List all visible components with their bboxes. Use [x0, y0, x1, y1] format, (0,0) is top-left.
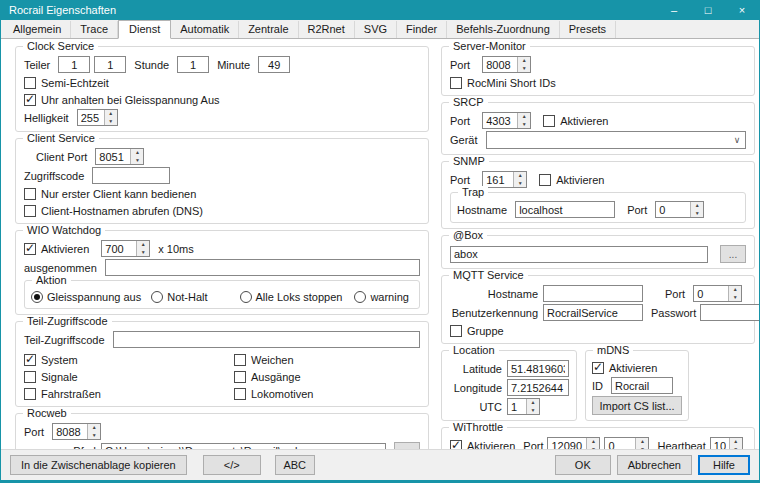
mqtt-user-field[interactable]: [543, 304, 643, 321]
abc-button[interactable]: ABC: [275, 455, 315, 475]
first-client-checkbox[interactable]: [24, 188, 36, 200]
snmp-aktivieren-checkbox[interactable]: [539, 174, 551, 186]
mqtt-hostname-field[interactable]: [543, 285, 643, 302]
trap-port-stepper[interactable]: [655, 201, 704, 218]
latitude-field[interactable]: [507, 360, 569, 377]
tab-dienst[interactable]: Dienst: [118, 20, 171, 39]
abox-browse-button[interactable]: ...: [720, 245, 746, 263]
weichen-checkbox[interactable]: [234, 354, 246, 366]
spinner-arrows-icon[interactable]: [526, 399, 539, 414]
spinner-arrows-icon[interactable]: [517, 113, 530, 128]
spinner-arrows-icon[interactable]: [729, 438, 742, 449]
client-port-stepper[interactable]: [95, 148, 144, 165]
spinner-arrows-icon[interactable]: [690, 202, 703, 217]
trap-port-field[interactable]: [656, 202, 690, 217]
spinner-arrows-icon[interactable]: [104, 110, 117, 125]
teiler1-field[interactable]: [58, 56, 90, 73]
heartbeat-field[interactable]: [711, 438, 729, 449]
rocweb-port-stepper[interactable]: [52, 423, 101, 440]
help-button[interactable]: Hilfe: [698, 455, 750, 475]
tab-svg[interactable]: SVG: [355, 21, 397, 38]
dns-checkbox[interactable]: [24, 205, 36, 217]
gruppe-row: Gruppe: [450, 323, 746, 338]
import-cs-list-button[interactable]: Import CS list...: [592, 396, 682, 415]
tab-automatik[interactable]: Automatik: [171, 21, 239, 38]
lokomotiven-checkbox[interactable]: [234, 388, 246, 400]
zugriffscode-field[interactable]: [92, 167, 170, 184]
srcp-port-stepper[interactable]: [482, 112, 531, 129]
system-checkbox[interactable]: [24, 354, 36, 366]
helligkeit-stepper[interactable]: [77, 109, 118, 126]
ausgenommen-field[interactable]: [105, 259, 420, 276]
tab-finder[interactable]: Finder: [397, 21, 447, 38]
client-port-field[interactable]: [96, 149, 130, 164]
abox-field[interactable]: [450, 246, 708, 263]
withrottle-port2-field[interactable]: [605, 438, 635, 449]
close-icon[interactable]: ×: [725, 0, 759, 20]
spinner-arrows-icon[interactable]: [136, 241, 149, 256]
spinner-arrows-icon[interactable]: [586, 438, 599, 449]
wio-aktivieren-checkbox[interactable]: [24, 243, 36, 255]
teiler2-field[interactable]: [94, 56, 126, 73]
tab-allgemein[interactable]: Allgemein: [4, 21, 71, 38]
copy-to-clipboard-button[interactable]: In die Zwischenablage kopieren: [10, 455, 187, 475]
withrottle-port2-stepper[interactable]: [604, 437, 649, 449]
spinner-arrows-icon[interactable]: [517, 57, 530, 72]
helligkeit-field[interactable]: [78, 110, 104, 125]
stunde-field[interactable]: [177, 56, 209, 73]
tab-presets[interactable]: Presets: [560, 21, 616, 38]
maximize-icon[interactable]: □: [691, 0, 725, 20]
code-button[interactable]: </>: [203, 455, 261, 475]
tab-zentrale[interactable]: Zentrale: [239, 21, 298, 38]
srcp-aktivieren-checkbox[interactable]: [543, 115, 555, 127]
spinner-arrows-icon[interactable]: [513, 172, 526, 187]
ok-button[interactable]: OK: [555, 455, 611, 475]
minute-field[interactable]: [258, 56, 290, 73]
withrottle-port-stepper[interactable]: [547, 437, 600, 449]
sm-port-field[interactable]: [483, 57, 517, 72]
rocmini-checkbox[interactable]: [450, 77, 462, 89]
uhr-anhalten-checkbox[interactable]: [24, 94, 36, 106]
mdns-id-field[interactable]: [611, 377, 673, 394]
ausgaenge-checkbox[interactable]: [234, 371, 246, 383]
cancel-button[interactable]: Abbrechen: [617, 455, 692, 475]
geraet-select[interactable]: [486, 131, 746, 149]
fahrstrassen-checkbox[interactable]: [24, 388, 36, 400]
utc-stepper[interactable]: [507, 398, 540, 415]
withrottle-port-field[interactable]: [548, 438, 586, 449]
teil-zugriffscode-field[interactable]: [113, 331, 421, 348]
tab-r2rnet[interactable]: R2Rnet: [299, 21, 355, 38]
signale-checkbox[interactable]: [24, 371, 36, 383]
snmp-port-stepper[interactable]: [482, 171, 527, 188]
longitude-field[interactable]: [507, 379, 569, 396]
tab-befehls-zuordnung[interactable]: Befehls-Zuordnung: [447, 21, 560, 38]
radio-alle-loks-stoppen[interactable]: [240, 291, 252, 303]
snmp-port-field[interactable]: [483, 172, 513, 187]
gruppe-checkbox[interactable]: [450, 325, 462, 337]
minimize-icon[interactable]: –: [657, 0, 691, 20]
mdns-aktivieren-checkbox[interactable]: [592, 362, 604, 374]
spinner-arrows-icon[interactable]: [728, 286, 741, 301]
rocweb-port-field[interactable]: [53, 424, 87, 439]
semi-echtzeit-checkbox[interactable]: [24, 77, 36, 89]
trap-hostname-field[interactable]: [515, 201, 615, 218]
mqtt-port-field[interactable]: [694, 286, 728, 301]
withrottle-aktivieren-checkbox[interactable]: [450, 440, 462, 450]
radio-warning[interactable]: [354, 291, 366, 303]
wio-interval-stepper[interactable]: [101, 240, 150, 257]
srcp-port-field[interactable]: [483, 113, 517, 128]
heartbeat-stepper[interactable]: [710, 437, 743, 449]
radio-not-halt[interactable]: [151, 291, 163, 303]
wio-interval-field[interactable]: [102, 241, 136, 256]
mqtt-pass-field[interactable]: [700, 304, 759, 321]
mqtt-port-stepper[interactable]: [693, 285, 742, 302]
radio-gleisspannung-aus[interactable]: [31, 291, 43, 303]
pfad-browse-button[interactable]: ...: [394, 442, 420, 449]
tab-trace[interactable]: Trace: [71, 21, 118, 38]
sm-port-stepper[interactable]: [482, 56, 531, 73]
spinner-arrows-icon[interactable]: [130, 149, 143, 164]
utc-field[interactable]: [508, 399, 526, 414]
spinner-arrows-icon[interactable]: [87, 424, 100, 439]
srcp-aktivieren-label: Aktivieren: [560, 115, 608, 127]
spinner-arrows-icon[interactable]: [635, 438, 648, 449]
